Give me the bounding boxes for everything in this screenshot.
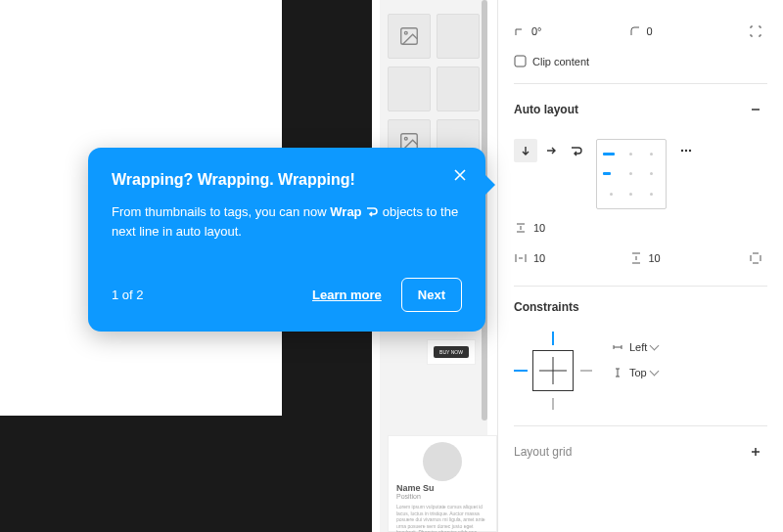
svg-point-6 bbox=[685, 150, 687, 152]
clip-content-checkbox[interactable]: Clip content bbox=[514, 55, 767, 67]
profile-subtitle: Position bbox=[389, 493, 496, 500]
direction-vertical-button[interactable] bbox=[514, 139, 537, 162]
rotation-value: 0° bbox=[531, 25, 542, 37]
svg-rect-4 bbox=[515, 56, 526, 66]
corner-radius-field[interactable]: 0 bbox=[629, 25, 737, 37]
vertical-padding-value: 10 bbox=[649, 252, 661, 264]
svg-point-1 bbox=[404, 31, 407, 34]
vertical-padding-icon bbox=[629, 251, 643, 265]
close-button[interactable] bbox=[452, 167, 468, 185]
thumbnail-item[interactable] bbox=[388, 66, 431, 111]
image-icon bbox=[398, 25, 420, 47]
corner-radius-value: 0 bbox=[647, 25, 653, 37]
horizontal-padding-icon bbox=[514, 251, 528, 265]
profile-body-text: Lorem ipsum vulputate cursus aliquet id … bbox=[389, 500, 496, 532]
transform-section: 0° 0 Clip content bbox=[514, 0, 767, 83]
horizontal-padding-value: 10 bbox=[533, 252, 545, 264]
avatar bbox=[423, 442, 462, 481]
popover-body-pre: From thumbnails to tags, you can now bbox=[112, 204, 330, 219]
direction-horizontal-button[interactable] bbox=[539, 139, 563, 162]
alignment-box[interactable] bbox=[596, 139, 667, 209]
auto-layout-settings-button[interactable] bbox=[674, 139, 698, 162]
horizontal-padding-field[interactable]: 10 bbox=[514, 251, 622, 265]
constraint-horizontal-value: Left bbox=[629, 341, 658, 353]
wrap-icon bbox=[570, 145, 583, 156]
card-profile[interactable]: Name Su Position Lorem ipsum vulputate c… bbox=[388, 435, 497, 532]
constraint-horizontal-icon bbox=[612, 341, 623, 353]
svg-point-7 bbox=[689, 150, 691, 152]
close-icon bbox=[452, 167, 468, 183]
popover-body: From thumbnails to tags, you can now Wra… bbox=[112, 202, 462, 241]
independent-corners-button[interactable] bbox=[744, 20, 767, 43]
thumbnail-item[interactable] bbox=[437, 14, 480, 59]
constraint-vertical-icon bbox=[612, 367, 623, 378]
vertical-padding-field[interactable]: 10 bbox=[629, 251, 737, 265]
card-buy-now[interactable]: BUY NOW bbox=[427, 339, 476, 365]
layout-grid-section: Layout grid bbox=[514, 425, 767, 485]
step-counter: 1 of 2 bbox=[112, 288, 144, 302]
onboarding-popover: Wrapping? Wrapping. Wrapping! From thumb… bbox=[88, 148, 485, 332]
vertical-gap-field[interactable]: 10 bbox=[514, 221, 767, 235]
arrow-down-icon bbox=[520, 145, 531, 156]
independent-padding-button[interactable] bbox=[744, 246, 767, 270]
next-button[interactable]: Next bbox=[401, 278, 462, 312]
thumbnail-item[interactable] bbox=[437, 66, 480, 111]
popover-title: Wrapping? Wrapping. Wrapping! bbox=[112, 171, 462, 189]
wrap-icon bbox=[365, 205, 379, 217]
corner-radius-icon bbox=[629, 25, 641, 37]
popover-body-bold: Wrap bbox=[330, 204, 361, 219]
plus-icon bbox=[750, 446, 761, 458]
constraints-title: Constraints bbox=[514, 300, 579, 314]
buy-now-button[interactable]: BUY NOW bbox=[434, 346, 469, 358]
popover-arrow bbox=[485, 175, 495, 195]
minus-icon bbox=[750, 104, 761, 115]
svg-point-3 bbox=[404, 137, 407, 140]
independent-corners-icon bbox=[749, 24, 762, 38]
properties-panel: 0° 0 Clip content Auto layout bbox=[497, 0, 783, 532]
vertical-gap-value: 10 bbox=[533, 222, 545, 234]
constraints-section: Constraints Left Top bbox=[514, 286, 767, 425]
rotation-field[interactable]: 0° bbox=[514, 25, 622, 37]
svg-point-5 bbox=[681, 150, 683, 152]
thumbnail-item[interactable] bbox=[388, 14, 431, 59]
direction-wrap-button[interactable] bbox=[565, 139, 588, 162]
more-icon bbox=[679, 144, 693, 157]
profile-name: Name Su bbox=[389, 483, 496, 493]
add-layout-grid-button[interactable] bbox=[744, 440, 767, 464]
learn-more-link[interactable]: Learn more bbox=[312, 288, 382, 302]
rotation-icon bbox=[514, 25, 526, 37]
arrow-right-icon bbox=[545, 145, 557, 156]
auto-layout-title: Auto layout bbox=[514, 103, 578, 116]
constraint-vertical-select[interactable]: Top bbox=[612, 367, 658, 378]
auto-layout-section: Auto layout bbox=[514, 83, 767, 286]
layout-grid-title: Layout grid bbox=[514, 445, 572, 459]
constraint-vertical-value: Top bbox=[629, 367, 658, 378]
remove-auto-layout-button[interactable] bbox=[744, 98, 767, 121]
checkbox-unchecked-icon bbox=[514, 55, 527, 67]
clip-content-label: Clip content bbox=[532, 56, 589, 67]
vertical-gap-icon bbox=[514, 221, 528, 235]
independent-padding-icon bbox=[749, 251, 762, 265]
constraints-diagram[interactable] bbox=[514, 332, 592, 410]
constraint-horizontal-select[interactable]: Left bbox=[612, 341, 658, 353]
